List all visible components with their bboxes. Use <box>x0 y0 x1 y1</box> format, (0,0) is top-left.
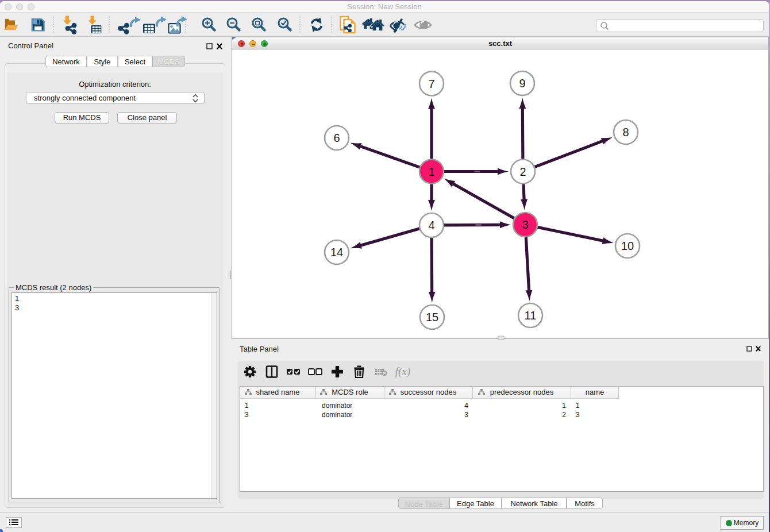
svg-text:8: 8 <box>622 126 629 138</box>
svg-text:2: 2 <box>519 165 526 178</box>
svg-text:7: 7 <box>428 78 434 90</box>
svg-text:6: 6 <box>333 132 340 144</box>
svg-text:3: 3 <box>522 218 528 231</box>
svg-text:4: 4 <box>428 219 434 232</box>
svg-text:9: 9 <box>519 77 525 90</box>
svg-text:11: 11 <box>525 309 537 322</box>
svg-text:f(x): f(x) <box>395 365 410 378</box>
svg-text:1: 1 <box>428 165 434 178</box>
svg-text:14: 14 <box>330 246 343 259</box>
svg-text:10: 10 <box>621 240 634 252</box>
svg-text:15: 15 <box>426 311 438 323</box>
